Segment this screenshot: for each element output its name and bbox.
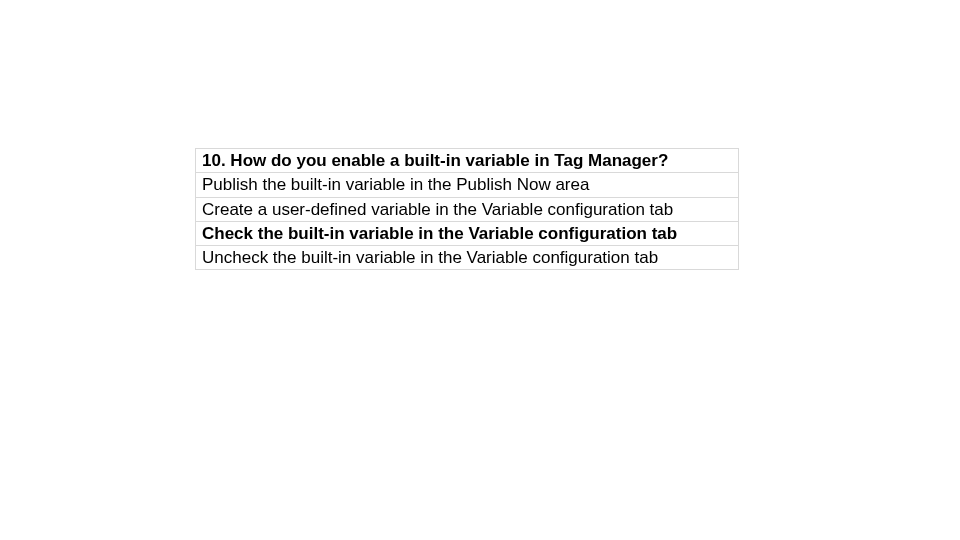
answer-option: Publish the built-in variable in the Pub… [196, 173, 739, 197]
table-row: Publish the built-in variable in the Pub… [196, 173, 739, 197]
answer-option: Create a user-defined variable in the Va… [196, 197, 739, 221]
question-prompt: 10. How do you enable a built-in variabl… [196, 149, 739, 173]
table-row: Uncheck the built-in variable in the Var… [196, 246, 739, 270]
table-row: Check the built-in variable in the Varia… [196, 221, 739, 245]
answer-option-correct: Check the built-in variable in the Varia… [196, 221, 739, 245]
table-row: Create a user-defined variable in the Va… [196, 197, 739, 221]
question-table: 10. How do you enable a built-in variabl… [195, 148, 739, 270]
slide-canvas: 10. How do you enable a built-in variabl… [0, 0, 960, 540]
table-row: 10. How do you enable a built-in variabl… [196, 149, 739, 173]
answer-option: Uncheck the built-in variable in the Var… [196, 246, 739, 270]
